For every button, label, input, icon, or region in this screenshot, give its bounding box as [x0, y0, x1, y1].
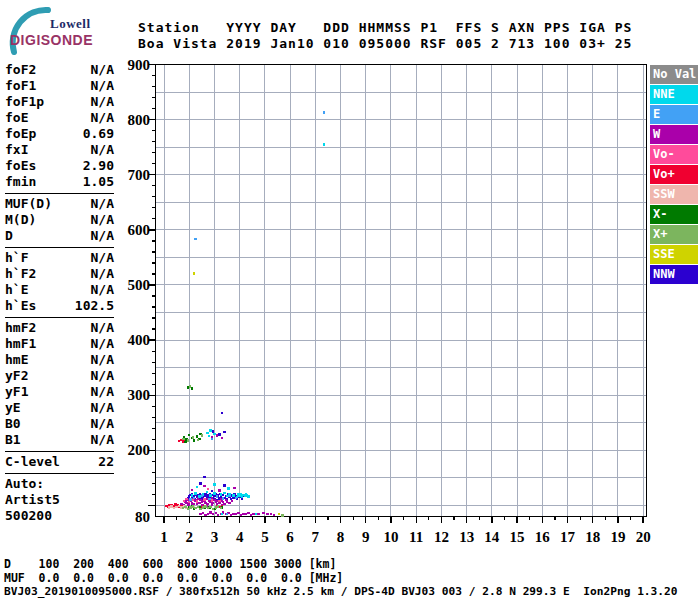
data-point-nnw [223, 484, 225, 486]
data-point-x+ [187, 508, 189, 510]
d-distance-row: D 100 200 400 600 800 1000 1500 3000 [km… [4, 557, 336, 571]
data-point-nne [323, 143, 325, 145]
x-axis-label: 15 [510, 529, 525, 545]
data-point-nne [223, 492, 225, 494]
data-point-x+ [201, 434, 203, 436]
data-point-w [191, 502, 193, 504]
data-point-x+ [209, 506, 211, 508]
data-point-nnw [199, 482, 201, 484]
data-point-nne [213, 492, 215, 494]
data-point-sse [193, 272, 195, 274]
data-point-w [262, 512, 264, 514]
data-point-e [323, 111, 325, 113]
data-point-nne [232, 494, 234, 496]
data-point-nnw [211, 490, 213, 492]
data-point-w [240, 514, 242, 516]
data-point-nne [227, 487, 229, 489]
data-point-vo- [192, 499, 194, 501]
data-point-w [273, 514, 275, 516]
x-axis-label: 17 [560, 529, 576, 545]
x-axis-label: 10 [383, 529, 398, 545]
data-point-w [235, 513, 237, 515]
data-point-w [228, 502, 230, 504]
data-point-w [218, 489, 220, 491]
data-point-vo- [207, 488, 209, 490]
legend-item-nnw: NNW [650, 265, 698, 284]
ionogram-screen: { "logo": { "line1": "Lowell", "line2": … [0, 0, 700, 600]
data-point-w [237, 512, 239, 514]
data-point-nne [196, 486, 198, 488]
legend-item-x+: X+ [650, 225, 698, 244]
data-point-e [189, 498, 191, 500]
data-point-x+ [199, 508, 201, 510]
data-point-w [207, 513, 209, 515]
data-point-nne [247, 495, 249, 497]
y-axis-label: 700 [128, 167, 151, 183]
data-point-x+ [194, 507, 196, 509]
muf-row: MUF 0.0 0.0 0.0 0.0 0.0 0.0 0.0 0.0 [MHz… [4, 571, 343, 585]
data-point-x- [191, 387, 193, 389]
data-point-nnw [204, 493, 206, 495]
data-point-w [252, 513, 254, 515]
legend-item-sse: SSE [650, 245, 698, 264]
data-point-nne [209, 429, 211, 431]
data-point-vo- [188, 501, 190, 503]
y-axis-label: 800 [128, 112, 151, 128]
data-point-x+ [215, 506, 217, 508]
data-point-w [257, 513, 259, 515]
data-point-nne [221, 513, 223, 515]
data-point-w [223, 503, 225, 505]
data-point-w [191, 489, 193, 491]
data-point-nne [209, 494, 211, 496]
data-point-e [222, 497, 224, 499]
data-point-w [211, 503, 213, 505]
legend-item-vo+: Vo+ [650, 165, 698, 184]
data-point-x- [193, 439, 195, 441]
data-point-vo- [203, 498, 205, 500]
x-axis-label: 3 [211, 529, 219, 545]
data-point-nnw [203, 476, 205, 478]
data-point-x+ [281, 514, 283, 516]
data-point-nne [194, 492, 196, 494]
x-axis-label: 4 [236, 529, 244, 545]
data-point-w [245, 513, 247, 515]
data-point-x+ [189, 506, 191, 508]
legend-item-ssw: SSW [650, 185, 698, 204]
data-point-x+ [202, 506, 204, 508]
data-point-w [187, 503, 189, 505]
y-axis-label: 200 [128, 442, 151, 458]
data-point-nne [226, 495, 228, 497]
legend: No ValNNEEWVo-Vo+SSWX-X+SSENNW [650, 65, 698, 285]
x-axis-label: 9 [362, 529, 370, 545]
data-point-e [193, 497, 195, 499]
data-point-vo- [211, 499, 213, 501]
data-point-ssw [168, 506, 170, 508]
data-point-x+ [184, 506, 186, 508]
data-point-x+ [197, 439, 199, 441]
data-point-x+ [182, 438, 184, 440]
data-point-w [204, 502, 206, 504]
data-point-nne [213, 433, 215, 435]
x-axis-label: 11 [409, 529, 423, 545]
data-point-nne [255, 513, 257, 515]
data-point-ssw [178, 505, 180, 507]
data-point-w [199, 513, 201, 515]
data-point-e [208, 498, 210, 500]
data-point-e [235, 497, 237, 499]
data-point-w [196, 503, 198, 505]
data-point-x+ [182, 507, 184, 509]
data-point-w [221, 437, 223, 439]
data-point-e [216, 495, 218, 497]
y-axis-label: 600 [128, 222, 151, 238]
data-point-nne [238, 495, 240, 497]
x-axis-label: 14 [484, 529, 500, 545]
data-point-w [266, 513, 268, 515]
x-axis-label: 12 [434, 529, 449, 545]
data-point-sse [278, 513, 280, 515]
x-axis-label: 8 [337, 529, 345, 545]
x-axis-label: 18 [585, 529, 600, 545]
data-point-x+ [212, 508, 214, 510]
y-axis-label: 400 [128, 332, 151, 348]
data-point-vo- [185, 498, 187, 500]
y-axis-label: 500 [128, 277, 151, 293]
